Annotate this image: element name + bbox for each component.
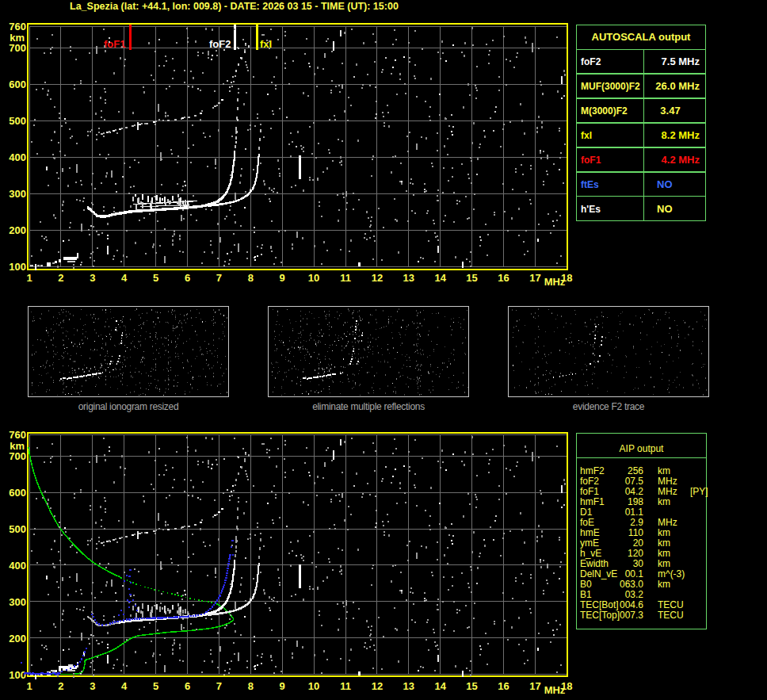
svg-text:NO: NO — [657, 178, 673, 190]
svg-text:16: 16 — [498, 272, 509, 284]
svg-text:Ewidth: Ewidth — [580, 558, 609, 569]
svg-text:evidence F2 trace: evidence F2 trace — [573, 401, 645, 412]
svg-text:8.2 MHz: 8.2 MHz — [662, 129, 700, 141]
svg-text:063.0: 063.0 — [620, 579, 643, 590]
svg-text:foE: foE — [580, 517, 594, 528]
svg-text:7: 7 — [216, 272, 222, 284]
svg-text:198: 198 — [628, 496, 643, 507]
svg-text:500: 500 — [9, 523, 26, 535]
svg-text:B1: B1 — [580, 589, 592, 600]
svg-text:8: 8 — [248, 272, 254, 284]
svg-text:11: 11 — [340, 680, 351, 692]
svg-text:1: 1 — [26, 680, 32, 692]
svg-text:6: 6 — [185, 272, 190, 284]
svg-text:100: 100 — [9, 261, 26, 273]
svg-text:AUTOSCALA output: AUTOSCALA output — [592, 31, 692, 43]
svg-text:DelN_vE: DelN_vE — [580, 568, 617, 580]
svg-text:2: 2 — [58, 680, 63, 692]
svg-text:256: 256 — [628, 465, 643, 476]
svg-text:17: 17 — [529, 272, 540, 284]
svg-text:2: 2 — [58, 272, 63, 284]
svg-text:13: 13 — [403, 680, 414, 692]
svg-text:6: 6 — [185, 680, 190, 692]
svg-text:TECU: TECU — [658, 610, 684, 621]
svg-text:400: 400 — [9, 560, 26, 572]
svg-text:km: km — [10, 32, 25, 44]
svg-text:MUF(3000)F2: MUF(3000)F2 — [581, 81, 640, 92]
svg-text:13: 13 — [403, 272, 414, 284]
svg-text:100: 100 — [9, 669, 26, 681]
svg-text:hmE: hmE — [580, 527, 600, 538]
svg-text:03.2: 03.2 — [625, 589, 644, 600]
svg-text:14: 14 — [434, 680, 446, 692]
svg-text:7: 7 — [216, 680, 222, 692]
svg-text:foF2: foF2 — [580, 476, 599, 487]
svg-text:foF1: foF1 — [581, 155, 601, 166]
svg-text:foF2: foF2 — [581, 56, 601, 67]
svg-text:400: 400 — [9, 151, 26, 163]
svg-text:MHz: MHz — [544, 684, 566, 696]
svg-text:eliminate multiple reflections: eliminate multiple reflections — [312, 401, 425, 412]
svg-text:km: km — [658, 527, 670, 538]
svg-text:110: 110 — [628, 527, 643, 538]
svg-text:5: 5 — [153, 680, 158, 692]
svg-text:9: 9 — [280, 272, 285, 284]
svg-text:12: 12 — [372, 272, 383, 284]
svg-text:3: 3 — [90, 680, 95, 692]
svg-text:9: 9 — [280, 680, 285, 692]
svg-text:11: 11 — [340, 272, 351, 284]
svg-text:200: 200 — [9, 633, 26, 645]
svg-text:600: 600 — [9, 78, 26, 90]
svg-text:120: 120 — [628, 548, 643, 559]
svg-text:30: 30 — [633, 558, 644, 569]
svg-text:760: 760 — [9, 21, 26, 33]
svg-text:4: 4 — [121, 272, 128, 284]
svg-text:m^(-3): m^(-3) — [658, 568, 685, 580]
svg-text:NO: NO — [657, 203, 673, 215]
svg-text:MHz: MHz — [544, 276, 566, 288]
svg-text:7.5 MHz: 7.5 MHz — [662, 55, 700, 67]
svg-text:01.1: 01.1 — [625, 507, 644, 518]
svg-text:200: 200 — [9, 224, 26, 236]
svg-text:500: 500 — [9, 115, 26, 127]
svg-text:3.47: 3.47 — [660, 105, 680, 117]
svg-text:07.5: 07.5 — [625, 476, 644, 487]
svg-text:00.1: 00.1 — [625, 568, 644, 580]
svg-text:MHz: MHz — [658, 486, 677, 497]
svg-text:300: 300 — [9, 596, 26, 608]
svg-text:004.6: 004.6 — [620, 599, 643, 610]
svg-text:760: 760 — [9, 429, 26, 441]
svg-text:1: 1 — [26, 272, 32, 284]
svg-text:D1: D1 — [580, 507, 593, 518]
svg-text:AIP output: AIP output — [620, 443, 664, 454]
svg-text:300: 300 — [9, 188, 26, 200]
svg-text:15: 15 — [466, 680, 477, 692]
svg-text:[PY]: [PY] — [690, 486, 708, 497]
svg-text:2.9: 2.9 — [630, 517, 643, 528]
svg-text:26.0 MHz: 26.0 MHz — [655, 80, 700, 92]
svg-text:14: 14 — [434, 272, 446, 284]
svg-text:MHz: MHz — [658, 476, 677, 487]
svg-text:TECU: TECU — [658, 599, 684, 610]
svg-text:fxI: fxI — [260, 38, 272, 50]
svg-text:MHz: MHz — [658, 517, 677, 528]
svg-text:TEC[Top]: TEC[Top] — [580, 610, 620, 621]
svg-text:4.2 MHz: 4.2 MHz — [662, 154, 700, 166]
svg-text:hmF1: hmF1 — [580, 496, 605, 507]
svg-text:8: 8 — [248, 680, 254, 692]
svg-text:12: 12 — [372, 680, 383, 692]
svg-text:20: 20 — [633, 537, 644, 549]
svg-text:15: 15 — [466, 272, 477, 284]
svg-text:km: km — [658, 548, 670, 559]
svg-text:ymE: ymE — [580, 537, 599, 549]
svg-text:17: 17 — [529, 680, 540, 692]
svg-text:B0: B0 — [580, 579, 592, 590]
svg-text:10: 10 — [308, 272, 319, 284]
svg-text:4: 4 — [121, 680, 128, 692]
svg-text:km: km — [658, 537, 670, 549]
svg-text:TEC[Bot]: TEC[Bot] — [580, 599, 619, 610]
svg-text:h_vE: h_vE — [580, 548, 601, 559]
svg-text:600: 600 — [9, 487, 26, 499]
svg-text:007.3: 007.3 — [620, 610, 643, 621]
svg-text:foF2: foF2 — [209, 38, 231, 50]
